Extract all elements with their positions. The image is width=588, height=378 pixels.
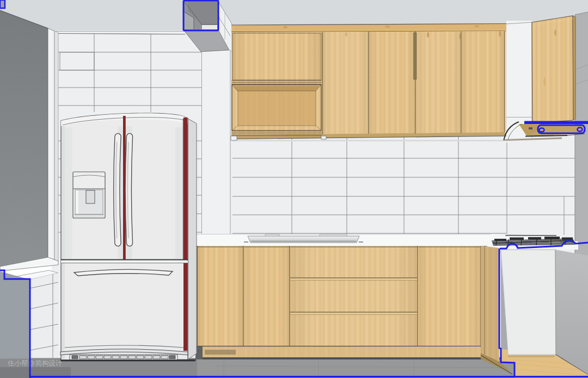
svg-text:住小帮@简构设计: 住小帮@简构设计 — [7, 360, 63, 367]
